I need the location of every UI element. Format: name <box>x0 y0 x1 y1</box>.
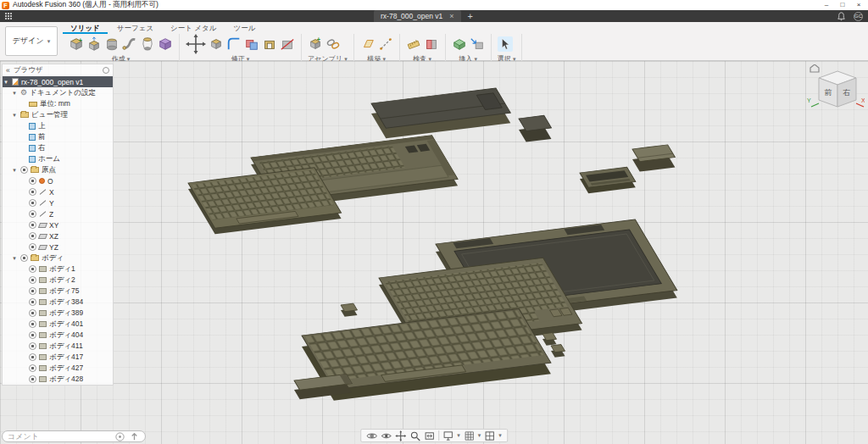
zoom-icon[interactable] <box>409 430 420 441</box>
minimize-button[interactable]: – <box>819 1 834 10</box>
browser-root-node[interactable]: ▾ rx-78_000_open v1 <box>3 76 113 87</box>
tab-solid[interactable]: ソリッド <box>63 22 108 34</box>
loft-icon[interactable] <box>140 36 155 52</box>
fit-view-icon[interactable] <box>424 430 435 441</box>
measure-icon[interactable] <box>406 36 421 52</box>
sweep-icon[interactable] <box>122 36 137 52</box>
send-icon[interactable] <box>129 431 140 442</box>
browser-origin-point[interactable]: O <box>3 175 113 186</box>
move-copy-icon[interactable] <box>186 34 206 54</box>
workspace-switcher[interactable]: デザイン ▾ <box>5 26 58 56</box>
browser-body-row[interactable]: ボディ404 <box>3 330 113 341</box>
browser-view-right[interactable]: 右 <box>3 142 113 153</box>
browser-options-icon[interactable] <box>103 67 109 74</box>
browser-body-row[interactable]: ボディ1 <box>3 264 113 275</box>
part-small-nub[interactable] <box>341 303 357 317</box>
visibility-eye-icon[interactable] <box>29 320 36 328</box>
tab-sheet-metal[interactable]: シート メタル <box>163 22 224 34</box>
data-panel-toggle-icon[interactable] <box>5 13 13 20</box>
part-right-box[interactable] <box>632 145 675 172</box>
comment-bar[interactable]: コメント <box>2 430 146 442</box>
visibility-eye-icon[interactable] <box>29 243 36 251</box>
insert-mesh-icon[interactable] <box>452 36 467 52</box>
visibility-eye-icon[interactable] <box>29 331 36 339</box>
attach-icon[interactable] <box>114 431 125 442</box>
visibility-eye-icon[interactable] <box>29 298 36 306</box>
browser-item-units[interactable]: 単位: mm <box>3 98 113 109</box>
press-pull-icon[interactable] <box>209 36 224 52</box>
view-cube[interactable]: 前 右 X Y <box>805 64 865 117</box>
combine-icon[interactable] <box>244 36 259 52</box>
orbit-icon[interactable] <box>366 430 377 441</box>
browser-body-row[interactable]: ボディ75 <box>3 286 113 297</box>
browser-body-row[interactable]: ボディ427 <box>3 363 113 374</box>
insert-derive-icon[interactable] <box>470 36 485 52</box>
visibility-eye-icon[interactable] <box>29 221 36 229</box>
part-loose-key-2[interactable] <box>551 345 565 358</box>
browser-view-home[interactable]: ホーム <box>3 153 113 164</box>
browser-plane-yz[interactable]: YZ <box>3 241 113 253</box>
visibility-eye-icon[interactable] <box>29 309 36 317</box>
chevron-down-icon[interactable]: ▾ <box>457 432 460 439</box>
chevron-down-icon[interactable]: ▾ <box>478 432 481 439</box>
browser-body-row[interactable]: ボディ417 <box>3 352 113 363</box>
browser-folder-views[interactable]: ▾ ビュー管理 <box>3 109 113 120</box>
visibility-eye-icon[interactable] <box>29 177 36 185</box>
user-avatar[interactable]: GC <box>854 12 863 21</box>
browser-axis-x[interactable]: X <box>3 186 113 197</box>
tab-surface[interactable]: サーフェス <box>109 22 161 34</box>
part-loose-key-1[interactable] <box>542 333 557 346</box>
visibility-eye-icon[interactable] <box>29 287 36 295</box>
look-at-icon[interactable] <box>381 430 392 441</box>
visibility-eye-icon[interactable] <box>29 375 36 383</box>
browser-view-front[interactable]: 前 <box>3 131 113 142</box>
visibility-eye-icon[interactable] <box>29 199 36 207</box>
chevron-down-icon[interactable]: ▾ <box>498 432 502 439</box>
construction-axis-icon[interactable] <box>378 36 393 52</box>
expand-icon[interactable]: ▾ <box>11 167 18 174</box>
select-cursor-icon[interactable] <box>498 36 513 52</box>
viewports-icon[interactable] <box>484 430 495 441</box>
browser-item-doc-settings[interactable]: ▾ ⚙ ドキュメントの設定 <box>3 87 113 98</box>
fillet-icon[interactable] <box>226 36 242 52</box>
document-tab[interactable]: rx-78_000_open v1 × <box>374 10 461 22</box>
visibility-eye-icon[interactable] <box>20 166 28 174</box>
browser-body-row[interactable]: ボディ384 <box>3 297 113 308</box>
visibility-eye-icon[interactable] <box>29 364 36 372</box>
new-tab-button[interactable]: + <box>461 11 480 21</box>
visibility-eye-icon[interactable] <box>29 265 36 273</box>
notification-bell-icon[interactable] <box>836 11 847 22</box>
browser-plane-xy[interactable]: XY <box>3 219 113 230</box>
visibility-eye-icon[interactable] <box>29 353 36 361</box>
pan-icon[interactable] <box>395 430 406 441</box>
close-button[interactable]: × <box>851 1 866 10</box>
browser-body-row[interactable]: ボディ411 <box>3 341 113 352</box>
part-small-cube[interactable] <box>519 115 551 142</box>
browser-body-row[interactable]: ボディ401 <box>3 319 113 330</box>
visibility-eye-icon[interactable] <box>29 342 36 350</box>
grid-settings-icon[interactable] <box>464 430 475 441</box>
coil-icon[interactable] <box>158 36 173 52</box>
browser-body-row[interactable]: ボディ428 <box>3 374 113 385</box>
split-body-icon[interactable] <box>280 36 295 52</box>
exploded-model[interactable] <box>0 61 868 444</box>
assemble-component-icon[interactable]: + <box>308 36 323 52</box>
model-viewport[interactable]: « ブラウザ ▾ rx-78_000_open v1 ▾ ⚙ ドキュメントの設定… <box>0 61 868 444</box>
tab-close-icon[interactable]: × <box>449 12 453 20</box>
browser-view-top[interactable]: 上 <box>3 120 113 131</box>
comment-input[interactable]: コメント <box>8 431 111 442</box>
display-settings-icon[interactable] <box>442 430 453 441</box>
construction-plane-icon[interactable] <box>360 36 376 52</box>
visibility-eye-icon[interactable] <box>29 276 36 284</box>
extrude-icon[interactable] <box>86 36 102 52</box>
visibility-eye-icon[interactable] <box>29 232 36 240</box>
browser-axis-z[interactable]: Z <box>3 208 113 219</box>
expand-icon[interactable]: ▾ <box>11 112 18 119</box>
section-analysis-icon[interactable] <box>424 36 439 52</box>
browser-body-row[interactable]: ボディ2 <box>3 275 113 286</box>
part-lid-slab[interactable] <box>371 88 510 138</box>
browser-body-row[interactable]: ボディ389 <box>3 308 113 319</box>
expand-icon[interactable]: ▾ <box>11 255 18 262</box>
visibility-eye-icon[interactable] <box>29 210 36 218</box>
browser-plane-xz[interactable]: XZ <box>3 230 113 241</box>
